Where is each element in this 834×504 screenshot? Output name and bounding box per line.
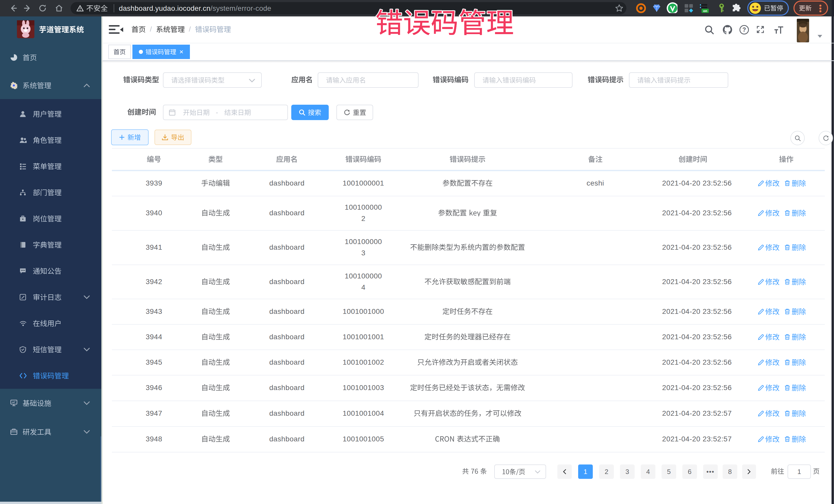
svg-text:on: on	[703, 9, 707, 13]
svg-text:?: ?	[742, 26, 746, 33]
